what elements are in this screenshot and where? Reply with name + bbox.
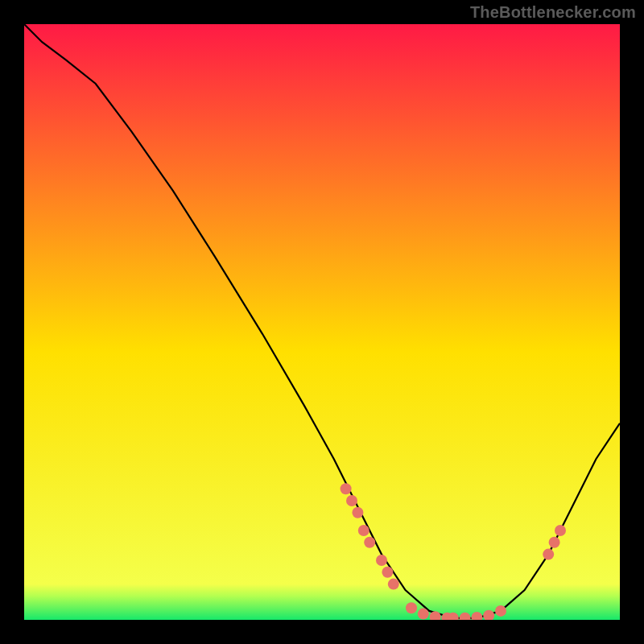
chart-container: TheBottlenecker.com — [0, 0, 644, 644]
plot-area — [24, 24, 620, 620]
data-point — [495, 605, 506, 617]
data-point — [549, 537, 560, 548]
watermark: TheBottlenecker.com — [470, 3, 636, 22]
data-point — [346, 495, 357, 506]
data-point — [388, 579, 399, 590]
data-point — [555, 525, 566, 536]
data-point — [418, 609, 429, 620]
data-point — [376, 555, 387, 566]
chart-svg — [24, 24, 620, 620]
gradient-background — [24, 24, 620, 620]
data-point — [364, 537, 375, 548]
data-point — [543, 549, 554, 560]
data-point — [358, 525, 369, 536]
data-point — [382, 567, 393, 578]
data-point — [341, 483, 352, 494]
data-point — [406, 602, 417, 613]
data-point — [352, 507, 363, 518]
